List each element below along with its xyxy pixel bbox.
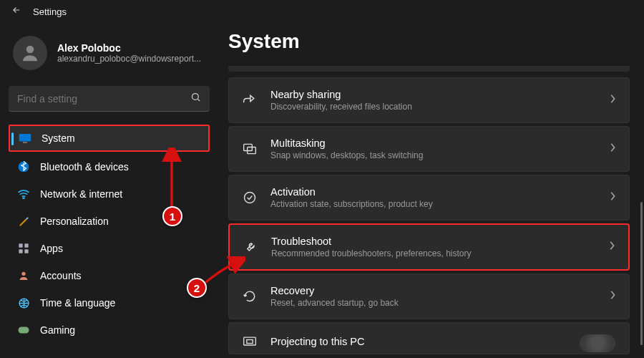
svg-point-10: [21, 272, 25, 276]
svg-rect-9: [24, 249, 28, 253]
share-icon: [242, 92, 258, 108]
profile-block[interactable]: Alex Poloboc alexandru_poloboc@windowsre…: [9, 30, 210, 83]
panel-subtitle: Recommended troubleshooters, preferences…: [271, 248, 595, 258]
avatar: [13, 36, 47, 70]
svg-rect-16: [244, 337, 256, 345]
sidebar: Alex Poloboc alexandru_poloboc@windowsre…: [0, 23, 218, 358]
page-title: System: [228, 30, 630, 53]
accounts-icon: [17, 269, 30, 282]
clock-globe-icon: [17, 296, 30, 309]
step-badge-2: 2: [187, 278, 207, 298]
sidebar-item-label: Time & language: [40, 297, 115, 309]
panel-title: Troubleshoot: [271, 236, 595, 247]
sidebar-item-label: Personalization: [40, 216, 109, 227]
gaming-icon: [17, 324, 30, 337]
search-input[interactable]: [17, 93, 190, 105]
panel-subtitle: Snap windows, desktops, task switching: [270, 150, 596, 160]
sidebar-item-apps[interactable]: Apps: [9, 236, 210, 261]
svg-point-15: [245, 193, 255, 203]
check-circle-icon: [242, 190, 258, 205]
recovery-icon: [242, 289, 258, 304]
wifi-icon: [17, 188, 30, 200]
panel-multitasking[interactable]: Multitasking Snap windows, desktops, tas…: [228, 126, 630, 172]
search-icon: [190, 92, 201, 105]
project-icon: [242, 334, 258, 349]
panel-title: Multitasking: [270, 137, 596, 149]
svg-rect-2: [19, 134, 31, 142]
panel-title: Projecting to this PC: [270, 336, 616, 347]
panel-title: Activation: [270, 186, 596, 198]
sidebar-item-label: Accounts: [40, 270, 82, 281]
chevron-right-icon: [609, 290, 616, 303]
panel-subtitle: Reset, advanced startup, go back: [270, 298, 596, 308]
search-box[interactable]: [9, 86, 210, 112]
sidebar-item-label: Bluetooth & devices: [40, 161, 129, 173]
chevron-right-icon: [608, 241, 615, 253]
sidebar-item-gaming[interactable]: Gaming: [9, 318, 210, 342]
multitask-icon: [242, 141, 258, 157]
svg-rect-12: [19, 327, 29, 334]
step-badge-1: 1: [162, 206, 182, 226]
panel-projecting[interactable]: Projecting to this PC: [228, 322, 630, 354]
scrollbar[interactable]: [640, 202, 643, 345]
svg-point-5: [23, 198, 24, 199]
back-icon[interactable]: [11, 5, 21, 18]
profile-name: Alex Poloboc: [57, 42, 201, 54]
panel-title: Recovery: [270, 285, 596, 296]
sidebar-item-label: Network & internet: [40, 188, 122, 200]
panel-nearby-sharing[interactable]: Nearby sharing Discoverability, received…: [228, 77, 630, 123]
watermark: [580, 334, 615, 352]
panel-activation[interactable]: Activation Activation state, subscriptio…: [228, 175, 630, 221]
sidebar-item-label: Apps: [40, 243, 63, 254]
panel-title: Nearby sharing: [270, 89, 596, 100]
chevron-right-icon: [609, 191, 616, 204]
panel-cutoff: [228, 66, 630, 72]
svg-point-1: [192, 94, 199, 100]
chevron-right-icon: [609, 142, 616, 155]
brush-icon: [17, 215, 30, 228]
sidebar-item-label: System: [42, 132, 75, 144]
panel-subtitle: Discoverability, received files location: [270, 102, 596, 112]
panel-troubleshoot[interactable]: Troubleshoot Recommended troubleshooters…: [228, 223, 630, 271]
chevron-right-icon: [609, 94, 616, 107]
wrench-icon: [243, 239, 258, 255]
svg-rect-17: [247, 340, 253, 344]
bluetooth-icon: [17, 160, 30, 173]
svg-point-0: [26, 46, 34, 54]
svg-rect-3: [23, 142, 27, 143]
panel-recovery[interactable]: Recovery Reset, advanced startup, go bac…: [228, 274, 630, 319]
sidebar-item-label: Gaming: [40, 324, 75, 336]
sidebar-item-accounts[interactable]: Accounts: [9, 263, 210, 288]
svg-rect-8: [19, 249, 22, 253]
apps-icon: [17, 242, 30, 255]
svg-rect-7: [24, 243, 28, 247]
svg-rect-6: [19, 243, 22, 247]
system-icon: [19, 132, 31, 145]
window-title: Settings: [33, 6, 67, 17]
profile-email: alexandru_poloboc@windowsreport...: [57, 54, 201, 64]
panel-subtitle: Activation state, subscriptions, product…: [270, 199, 596, 209]
main-content: System Nearby sharing Discoverability, r…: [218, 23, 644, 358]
annotation-arrow-1: [160, 147, 184, 213]
sidebar-item-time-language[interactable]: Time & language: [9, 291, 210, 315]
